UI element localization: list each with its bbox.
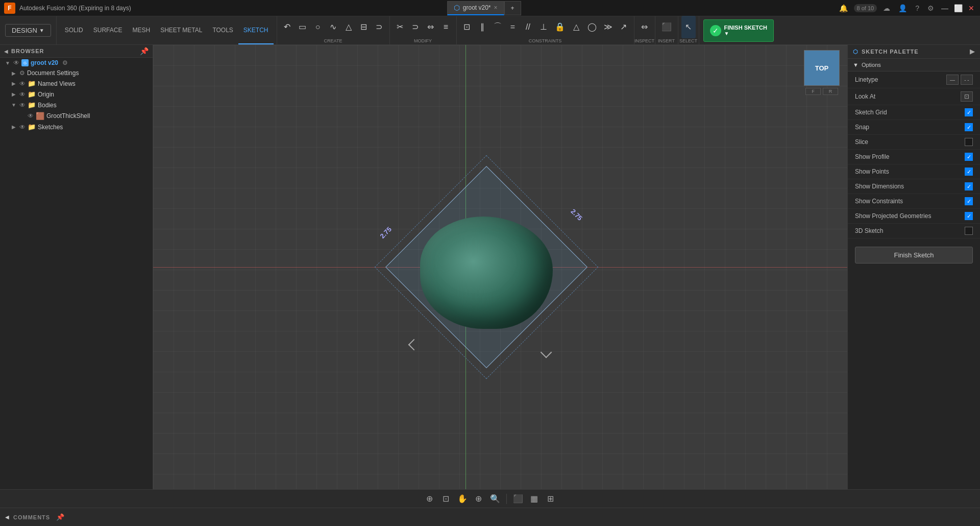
palette-row-show-profile[interactable]: Show Profile [848,150,980,164]
show-constraints-checkbox[interactable] [965,197,973,205]
show-points-checkbox[interactable] [965,168,973,176]
insert-tool[interactable]: ⬛ [658,16,675,38]
fix-tool[interactable]: ↗ [617,16,631,38]
browser-pin-icon[interactable]: 📌 [140,47,149,55]
grid-toggle-btn[interactable]: ▦ [527,492,542,506]
comments-pin-icon[interactable]: 📌 [56,513,64,521]
parallel-tool[interactable]: // [521,16,535,38]
browser-item-origin[interactable]: ▶ 👁 📁 Origin [0,89,153,100]
root-settings-icon[interactable]: ⚙ [62,59,68,66]
linetype-dashed-btn[interactable]: - - [961,75,973,85]
viewcube-face-top[interactable]: TOP [804,50,840,86]
offset2-tool[interactable]: ≡ [439,16,453,38]
spline-tool[interactable]: ∿ [326,16,340,38]
tab-mesh[interactable]: MESH [127,16,155,44]
tab-sketch[interactable]: SKETCH [238,16,274,44]
palette-row-show-projected[interactable]: Show Projected Geometries [848,209,980,224]
palette-row-sketch-grid[interactable]: Sketch Grid [848,105,980,120]
circle-tool[interactable]: ○ [311,16,325,38]
mirror-tool[interactable]: ⇔ [424,16,438,38]
browser-item-root[interactable]: ▼ 👁 G groot v20 ⚙ [0,58,153,68]
minimize-btn[interactable]: — [940,4,949,13]
sym-tool[interactable]: ≫ [601,16,616,38]
rect-tool[interactable]: ▭ [296,16,310,38]
browser-item-sketches[interactable]: ▶ 👁 📁 Sketches [0,122,153,132]
palette-options-section[interactable]: ▼ Options [848,59,980,71]
slot-tool[interactable]: ⊟ [357,16,371,38]
palette-row-3d-sketch[interactable]: 3D Sketch [848,224,980,238]
sketches-eye[interactable]: 👁 [19,124,26,131]
palette-row-slice[interactable]: Slice [848,135,980,150]
show-profile-checkbox[interactable] [965,153,973,161]
zoom-btn[interactable]: ⊕ [472,492,486,506]
coincident-tool[interactable]: ⊡ [460,16,474,38]
pan-btn[interactable]: ⊡ [439,492,453,506]
lookat-btn[interactable]: ⊡ [961,91,973,102]
arc-tool[interactable]: ↶ [280,16,295,38]
view-options-btn[interactable]: ⊞ [544,492,558,506]
zoom-fit-btn[interactable]: 🔍 [488,492,502,506]
browser-item-groot-thick[interactable]: 👁 🟫 GrootThickShell [0,110,153,122]
comments-collapse-icon[interactable]: ◀ [5,514,9,520]
browser-item-doc-settings[interactable]: ▶ ⚙ Document Settings [0,68,153,78]
viewcube[interactable]: TOP F R [801,50,842,132]
slice-checkbox[interactable] [965,138,973,146]
groot-thick-label: GrootThickShell [46,112,90,119]
measure-tool[interactable]: ⇔ [638,16,652,38]
palette-row-show-points[interactable]: Show Points [848,164,980,179]
display-mode-btn[interactable]: ⬛ [511,492,525,506]
perpendicular-tool[interactable]: ⊥ [536,16,551,38]
offset-tool[interactable]: ⊃ [372,16,386,38]
sketch-grid-checkbox[interactable] [965,108,973,116]
close-tab-btn[interactable]: × [494,4,498,11]
select-tool[interactable]: ↖ [681,16,696,38]
close-btn[interactable]: ✕ [967,4,976,13]
viewcube-right[interactable]: R [823,88,838,95]
palette-expand-icon[interactable]: ▶ [970,48,975,55]
snap-checkbox[interactable] [965,123,973,131]
show-dimensions-checkbox[interactable] [965,182,973,190]
extend-tool[interactable]: ⊃ [408,16,423,38]
lock-tool[interactable]: 🔒 [552,16,568,38]
show-projected-checkbox[interactable] [965,212,973,220]
palette-row-show-dimensions[interactable]: Show Dimensions [848,179,980,194]
linetype-solid-btn[interactable]: — [946,75,959,85]
user-icon[interactable]: 👤 [896,3,909,13]
circle-constraint-tool[interactable]: ◯ [584,16,600,38]
active-tab[interactable]: ⬡ groot v20* × [447,1,504,15]
root-eye[interactable]: 👁 [13,59,19,66]
viewport[interactable]: 2.75 2.75 TOP F R [153,45,847,489]
viewcube-front[interactable]: F [805,88,821,95]
tab-sheet-metal[interactable]: SHEET METAL [155,16,207,44]
bodies-eye[interactable]: 👁 [19,102,26,109]
groot-thick-eye[interactable]: 👁 [28,112,34,119]
trim-tool[interactable]: ✂ [393,16,407,38]
palette-finish-sketch-btn[interactable]: Finish Sketch [855,247,973,264]
palette-row-snap[interactable]: Snap [848,120,980,135]
collinear-tool[interactable]: ∥ [475,16,489,38]
3d-sketch-checkbox[interactable] [965,227,973,235]
cloud-icon[interactable]: ☁ [881,3,892,13]
browser-item-named-views[interactable]: ▶ 👁 📁 Named Views [0,78,153,89]
help-icon[interactable]: ? [913,3,921,13]
browser-item-bodies[interactable]: ▼ 👁 📁 Bodies [0,100,153,110]
browser-collapse-icon[interactable]: ◀ [4,49,8,54]
horiz-vert-tool[interactable]: △ [569,16,583,38]
new-tab-btn[interactable]: + [504,1,521,15]
origin-eye[interactable]: 👁 [19,91,26,98]
named-views-eye[interactable]: 👁 [19,80,26,87]
tab-solid[interactable]: SOLID [60,16,88,44]
equal-tool[interactable]: = [506,16,520,38]
finish-sketch-toolbar-btn[interactable]: ✓ FINISH SKETCH ▼ [703,19,774,42]
tangent-tool[interactable]: ⌒ [491,16,505,38]
settings-icon[interactable]: ⚙ [925,3,936,13]
palette-row-show-constraints[interactable]: Show Constraints [848,194,980,209]
snap-bottom-btn[interactable]: ⊕ [423,492,437,506]
tab-surface[interactable]: SURFACE [88,16,128,44]
design-mode-btn[interactable]: DESIGN ▼ [5,24,51,37]
maximize-btn[interactable]: ⬜ [953,4,963,13]
polygon-tool[interactable]: △ [341,16,356,38]
tab-tools[interactable]: TOOLS [207,16,238,44]
orbit-btn[interactable]: ✋ [455,492,470,506]
notifications-icon[interactable]: 🔔 [837,3,850,13]
